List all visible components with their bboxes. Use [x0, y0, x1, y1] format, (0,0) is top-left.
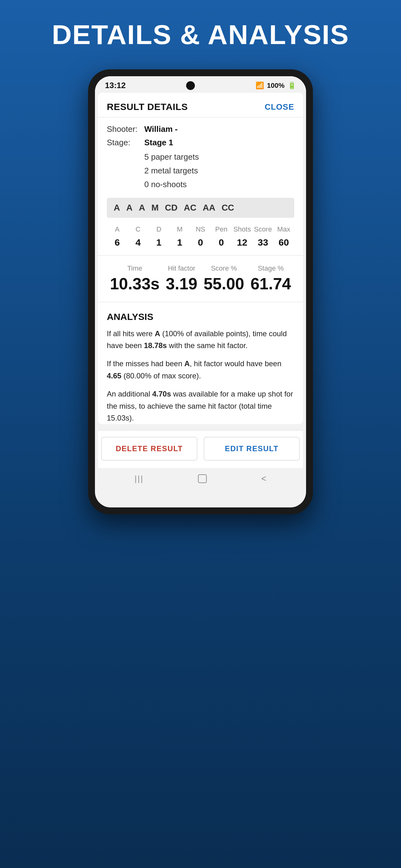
phone-screen: 13:12 📶 100% 🔋 RESULT DETAILS CLOSE Shoo… — [95, 76, 306, 507]
stage-percent-metric: Stage % 61.74 — [250, 264, 291, 293]
hit-factor-label: Hit factor — [168, 264, 195, 273]
edit-result-button[interactable]: EDIT RESULT — [204, 437, 300, 461]
battery-icon: 🔋 — [288, 82, 296, 90]
hit-tag-2: A — [139, 203, 145, 213]
shooter-row: Shooter: William - — [107, 123, 294, 135]
col-c: C — [136, 225, 140, 234]
hit-factor-value: 3.19 — [166, 274, 197, 293]
analysis-paragraph-1: If all hits were A (100% of available po… — [107, 328, 294, 352]
hit-tag-1: A — [126, 203, 132, 213]
header-divider — [98, 117, 303, 118]
val-shots: 12 — [237, 237, 247, 248]
stats-labels: A C D M NS Pen — [107, 225, 294, 235]
bottom-buttons: DELETE RESULT EDIT RESULT — [98, 431, 303, 468]
col-score: Score — [254, 225, 272, 234]
wifi-icon: 📶 — [256, 82, 264, 90]
col-d: D — [157, 225, 162, 234]
val-d: 1 — [156, 237, 162, 248]
app-content: RESULT DETAILS CLOSE Shooter: William - … — [98, 93, 303, 424]
col-max: Max — [277, 225, 291, 234]
col-m: M — [177, 225, 182, 234]
val-m: 1 — [177, 237, 182, 248]
metal-targets: 2 metal targets — [144, 164, 294, 178]
metrics-section: Time 10.33s Hit factor 3.19 Score % 55.0… — [107, 262, 294, 293]
val-pen: 0 — [219, 237, 224, 248]
battery-text: 100% — [267, 82, 285, 90]
val-ns: 0 — [198, 237, 203, 248]
val-score: 33 — [258, 237, 268, 248]
stage-label: Stage: — [107, 136, 144, 149]
header-row: RESULT DETAILS CLOSE — [107, 101, 294, 112]
analysis-section: ANALYSIS If all hits were A (100% of ava… — [107, 308, 294, 424]
score-percent-value: 55.00 — [204, 274, 244, 293]
stage-row: Stage: Stage 1 — [107, 136, 294, 149]
shooter-value: William - — [144, 123, 178, 135]
close-button[interactable]: CLOSE — [265, 102, 294, 112]
col-ns: NS — [196, 225, 205, 234]
nav-home-icon[interactable] — [198, 474, 207, 483]
analysis-paragraph-2: If the misses had been A, hit factor wou… — [107, 358, 294, 382]
score-percent-metric: Score % 55.00 — [204, 264, 244, 293]
status-bar: 13:12 📶 100% 🔋 — [95, 76, 306, 93]
val-max: 60 — [278, 237, 289, 248]
stats-values: 6 4 1 1 0 0 — [107, 237, 294, 248]
col-shots: Shots — [233, 225, 251, 234]
result-details-title: RESULT DETAILS — [107, 101, 188, 112]
val-a: 6 — [114, 237, 120, 248]
nav-recent-apps-icon[interactable] — [135, 474, 144, 484]
val-c: 4 — [136, 237, 141, 248]
status-right: 📶 100% 🔋 — [256, 82, 296, 90]
col-pen: Pen — [215, 225, 227, 234]
no-shoots: 0 no-shoots — [144, 178, 294, 191]
camera-dot — [186, 81, 195, 90]
hits-bar: A A A M CD AC AA CC — [107, 198, 294, 218]
shooter-info: Shooter: William - Stage: Stage 1 5 pape… — [107, 123, 294, 191]
stats-divider — [98, 255, 303, 256]
col-a: A — [115, 225, 120, 234]
hit-tag-4: CD — [165, 203, 177, 213]
shooter-label: Shooter: — [107, 123, 144, 135]
paper-targets: 5 paper targets — [144, 150, 294, 164]
time-value: 10.33s — [110, 274, 160, 293]
time-label: Time — [127, 264, 142, 273]
nav-bar — [95, 468, 306, 492]
stage-percent-label: Stage % — [258, 264, 283, 273]
hit-tag-3: M — [152, 203, 159, 213]
hit-tag-7: CC — [222, 203, 234, 213]
stage-percent-value: 61.74 — [250, 274, 291, 293]
phone-frame: 13:12 📶 100% 🔋 RESULT DETAILS CLOSE Shoo… — [88, 69, 313, 514]
hit-factor-metric: Hit factor 3.19 — [166, 264, 197, 293]
hit-tag-6: AA — [203, 203, 215, 213]
page-title: DETAILS & ANALYSIS — [0, 19, 401, 51]
nav-back-icon[interactable] — [261, 474, 266, 484]
analysis-paragraph-3: An additional 4.70s was available for a … — [107, 388, 294, 424]
delete-result-button[interactable]: DELETE RESULT — [101, 437, 197, 461]
metrics-divider — [98, 302, 303, 302]
hit-tag-0: A — [114, 203, 120, 213]
score-percent-label: Score % — [211, 264, 237, 273]
stage-value: Stage 1 — [144, 136, 173, 149]
time-metric: Time 10.33s — [110, 264, 160, 293]
stats-grid: A C D M NS Pen — [107, 225, 294, 248]
analysis-title: ANALYSIS — [107, 312, 294, 322]
hit-tag-5: AC — [183, 203, 196, 213]
status-time: 13:12 — [105, 81, 126, 90]
